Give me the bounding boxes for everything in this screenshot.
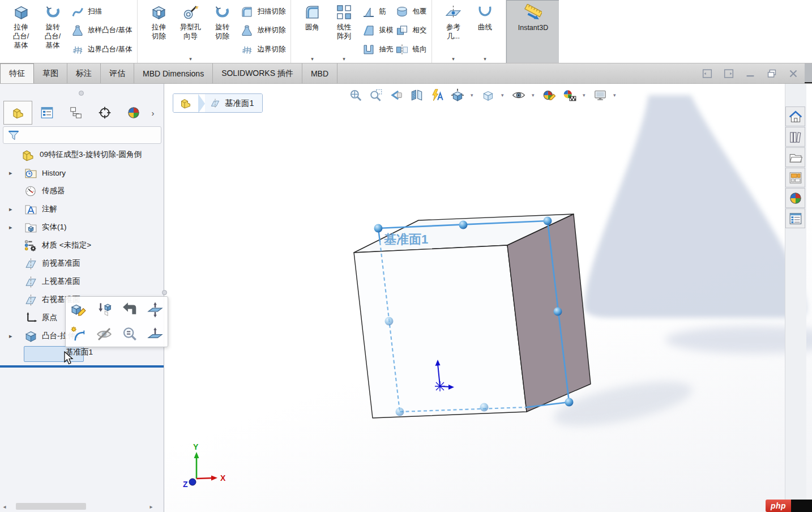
tree-item-history[interactable]: ▸ History (0, 164, 164, 182)
draft-button[interactable]: 拔模 (362, 21, 393, 40)
tree-item-top-plane[interactable]: 上视基准面 (0, 272, 164, 291)
linear-pattern-button[interactable]: 线性 阵列 ▾ (328, 2, 360, 62)
expand-arrow-icon[interactable]: ▸ (9, 224, 12, 231)
scroll-right-arrow-icon[interactable]: ▸ (147, 504, 156, 510)
edit-appearance-icon[interactable] (542, 88, 557, 103)
zoom-to-selection-button[interactable] (117, 322, 142, 347)
plane-handle[interactable] (565, 398, 574, 407)
plane-label[interactable]: 基准面1 (384, 232, 428, 246)
view-palette-button[interactable] (785, 168, 805, 187)
zoom-to-area-icon[interactable] (369, 88, 383, 103)
revolved-boss-base-button[interactable]: 旋转 凸台/ 基体 (37, 2, 69, 62)
dropdown-caret-icon[interactable]: ▾ (613, 92, 618, 98)
panel-splitter-handle[interactable] (79, 91, 84, 96)
apply-scene-icon[interactable] (562, 88, 577, 103)
dropdown-caret-icon[interactable]: ▾ (189, 57, 192, 62)
tab-property-manager[interactable] (32, 101, 61, 125)
extruded-cut-button[interactable]: 拉伸 切除 (143, 2, 174, 62)
close-icon[interactable] (787, 67, 800, 80)
back-button[interactable] (117, 297, 142, 322)
tab-configuration-manager[interactable] (61, 101, 90, 125)
plane-handle[interactable] (544, 217, 552, 225)
swept-cut-button[interactable]: 扫描切除 (240, 2, 285, 21)
dropdown-caret-icon[interactable]: ▾ (471, 92, 475, 98)
previous-view-icon[interactable] (389, 88, 404, 103)
wrap-button[interactable]: 包覆 (395, 2, 426, 21)
sketch-button[interactable] (66, 322, 91, 347)
tab-mbd[interactable]: MBD (302, 63, 337, 83)
3d-scene[interactable]: 基准面1 Y X Z (164, 84, 812, 512)
box-front-face[interactable] (354, 245, 527, 418)
panel-vertical-splitter-handle[interactable] (162, 290, 167, 295)
tree-root-part[interactable]: 09特征成型3-旋转切除-圆角倒 (0, 146, 164, 164)
tab-mbd-dimensions[interactable]: MBD Dimensions (134, 63, 213, 83)
edit-feature-button[interactable] (66, 297, 91, 322)
tab-display-manager[interactable] (119, 101, 148, 125)
restore-icon[interactable] (766, 67, 778, 80)
dropdown-caret-icon[interactable]: ▾ (583, 92, 587, 98)
swept-boss-button[interactable]: 扫描 (71, 2, 132, 21)
plane-handle-hidden[interactable] (385, 317, 394, 326)
tree-item-plane1[interactable]: 基准面1 (0, 345, 164, 363)
tree-item-material[interactable]: 材质 <未指定> (0, 236, 164, 254)
tree-item-annotations[interactable]: ▸ 注解 (0, 200, 164, 218)
dropdown-caret-icon[interactable]: ▾ (501, 92, 506, 98)
instant3d-toggle[interactable]: Instant3D (506, 0, 559, 63)
dropdown-caret-icon[interactable]: ▾ (452, 57, 455, 62)
section-view-icon[interactable] (409, 88, 424, 103)
panel-tabs-overflow-button[interactable]: › (148, 101, 158, 125)
reference-geometry-button[interactable]: 参考 几... ▾ (437, 2, 469, 62)
plane-handle-hidden[interactable] (396, 408, 404, 416)
dropdown-caret-icon[interactable]: ▾ (343, 57, 345, 62)
revolved-cut-button[interactable]: 旋转 切除 (206, 2, 238, 62)
fillet-button[interactable]: 圆角 ▾ (296, 2, 328, 62)
tab-sketch[interactable]: 草图 (34, 63, 67, 83)
dropdown-caret-icon[interactable]: ▾ (311, 57, 314, 62)
tree-filter-bar[interactable] (3, 126, 161, 144)
breadcrumb-part[interactable] (173, 94, 198, 112)
insert-into-new-part-button[interactable] (91, 297, 117, 322)
expand-arrow-icon[interactable]: ▸ (9, 332, 12, 340)
expand-arrow-icon[interactable]: ▸ (9, 206, 12, 213)
hide-button[interactable] (91, 322, 117, 347)
tab-markup[interactable]: 标注 (67, 63, 101, 83)
curves-button[interactable]: 曲线 ▾ (469, 2, 501, 62)
zoom-to-fit-icon[interactable] (348, 88, 363, 103)
rib-button[interactable]: 筋 (362, 2, 393, 21)
custom-properties-button[interactable] (785, 208, 805, 228)
breadcrumb-plane1[interactable]: 基准面1 (205, 94, 262, 112)
previous-pane-icon[interactable] (701, 67, 713, 80)
plane-handle[interactable] (459, 221, 468, 229)
tab-solidworks-addins[interactable]: SOLIDWORKS 插件 (213, 63, 302, 83)
normal-to-button[interactable] (142, 322, 168, 347)
graphics-viewport[interactable]: 基准面1 Y X Z (164, 84, 812, 512)
hole-wizard-button[interactable]: 异型孔 向导 ▾ (174, 2, 206, 62)
intersect-button[interactable]: 相交 (395, 21, 426, 40)
scroll-left-arrow-icon[interactable]: ◂ (0, 504, 9, 510)
dynamic-annotation-views-icon[interactable] (430, 88, 445, 103)
tree-item-front-plane[interactable]: 前视基准面 (0, 254, 164, 272)
boundary-cut-button[interactable]: 边界切除 (240, 40, 285, 59)
rollback-bar[interactable] (0, 365, 164, 368)
plane-handle[interactable] (554, 308, 562, 316)
design-library-button[interactable] (785, 127, 805, 147)
scrollbar-thumb[interactable] (16, 503, 86, 510)
minimize-icon[interactable] (744, 67, 757, 80)
dropdown-caret-icon[interactable]: ▾ (484, 57, 486, 62)
panel-horizontal-scrollbar[interactable]: ◂ ▸ (0, 502, 164, 511)
plane-handle-hidden[interactable] (480, 403, 489, 412)
flip-normal-button[interactable] (142, 297, 168, 322)
mirror-button[interactable]: 镜向 (395, 40, 426, 59)
breadcrumb[interactable]: 基准面1 (173, 93, 263, 113)
dropdown-caret-icon[interactable]: ▾ (532, 92, 536, 98)
file-explorer-button[interactable] (785, 147, 805, 167)
plane-handle[interactable] (374, 224, 383, 233)
shell-button[interactable]: 抽壳 (362, 40, 393, 59)
display-style-icon[interactable] (481, 88, 495, 103)
extruded-boss-base-button[interactable]: 拉伸 凸台/ 基体 (5, 2, 37, 62)
next-pane-icon[interactable] (723, 67, 735, 80)
boundary-boss-base-button[interactable]: 边界凸台/基体 (71, 40, 132, 59)
solidworks-resources-button[interactable] (785, 106, 805, 126)
tab-features[interactable]: 特征 (0, 63, 34, 83)
tree-item-sensors[interactable]: 传感器 (0, 182, 164, 200)
